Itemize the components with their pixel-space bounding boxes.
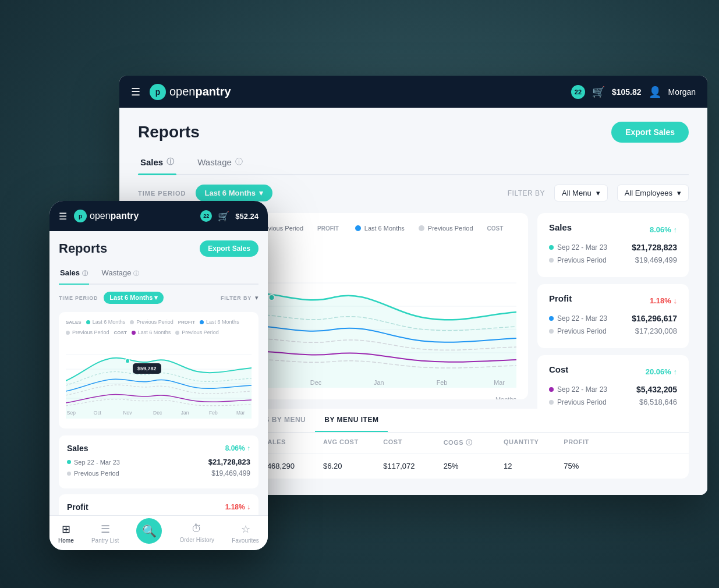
mobile-logo-icon: p [74,210,87,222]
col-sales: SALES [263,438,318,447]
svg-text:Jan: Jan [181,410,189,416]
col-cost: COST [383,438,438,447]
logo-icon: p [150,84,166,100]
tabs-row: Sales ⓘ Wastage ⓘ [138,152,689,175]
mobile-cart-icon[interactable]: 🛒 [218,211,229,222]
svg-text:Mar: Mar [494,379,505,386]
cogs-info-icon: ⓘ [466,439,473,446]
topbar-right: 22 🛒 $105.82 👤 Morgan [571,85,696,99]
user-icon: 👤 [649,86,661,98]
chevron-down-icon-emp: ▾ [677,189,681,197]
chevron-down-icon-menu: ▾ [596,189,600,197]
mobile-tabs-row: Sales ⓘ Wastage ⓘ [59,265,258,285]
mobile-nav-search[interactable]: 🔍 [136,518,162,548]
mobile-sales-title: Sales [67,444,88,453]
mobile-logo: p openpantry [74,210,139,222]
mobile-tab-sales[interactable]: Sales ⓘ [59,265,89,284]
mobile-page-header: Reports Export Sales [59,240,258,257]
user-name: Morgan [668,87,696,97]
mobile-profit-stat-card: Profit 1.18% ↓ [59,494,258,515]
sales-period1-row: Sep 22 - Mar 23 $21,728,823 [549,243,677,252]
td-quantity: 12 [504,462,559,470]
desktop-topbar: ☰ p openpantry 22 🛒 $105.82 👤 Morgan [119,76,707,108]
svg-text:Dec: Dec [310,379,322,386]
col-avg-cost: AVG COST [323,438,378,447]
cost-period1-row: Sep 22 - Mar 23 $5,432,205 [549,385,677,394]
mobile-time-period-label: TIME PERIOD [59,295,98,301]
tab-by-menu-item[interactable]: BY MENU ITEM [315,409,388,432]
mobile-nav-orders[interactable]: ⏱ Order History [180,523,214,543]
home-icon: ⊞ [62,523,70,536]
mobile-sales-info-icon: ⓘ [82,270,88,277]
mobile-chart-legend: SALES Last 6 Months Previous Period PROF… [66,319,252,335]
col-cogs: COGS ⓘ [444,438,499,447]
mobile-nav-home[interactable]: ⊞ Home [58,523,74,544]
profit-period2-row: Previous Period $17,230,008 [549,327,677,335]
td-cost: $117,072 [383,462,438,470]
profit-period1-row: Sep 22 - Mar 23 $16,296,617 [549,314,677,323]
td-avg-cost: $6.20 [323,462,378,470]
mobile-chart-card: SALES Last 6 Months Previous Period PROF… [59,312,258,428]
mobile-export-button[interactable]: Export Sales [200,240,258,257]
mobile-chart-svg-wrapper: $59,782 Sep [66,340,252,421]
mobile-profit-change: 1.18% ↓ [225,503,250,511]
legend-profit-label: PROFIT [317,225,341,232]
cost-stat-title: Cost [549,364,568,374]
sales-stat-title: Sales [549,222,572,232]
mobile-filter-chevron[interactable]: ▾ [255,294,258,302]
svg-text:Sep: Sep [67,410,76,416]
hamburger-icon[interactable]: ☰ [131,86,140,98]
mobile-topbar: ☰ p openpantry 22 🛒 $52.24 [49,201,268,231]
col-quantity: QUANTITY [504,438,559,447]
legend-cost-label: COST [487,225,506,232]
mobile-tab-wastage[interactable]: Wastage ⓘ [101,265,140,284]
cost-stat-change: 20.06% ↑ [646,367,677,376]
cost-period2-row: Previous Period $6,518,646 [549,398,677,406]
sales-info-icon: ⓘ [167,157,174,167]
mobile-page-title: Reports [59,241,107,256]
pantry-list-icon: ☰ [101,523,110,536]
mobile-time-period-dropdown[interactable]: Last 6 Months ▾ [104,292,164,304]
favourites-icon: ☆ [241,523,250,536]
time-period-dropdown[interactable]: Last 6 Months ▾ [196,185,272,201]
profit-stat-title: Profit [549,293,572,303]
mobile-nav-pantry[interactable]: ☰ Pantry List [91,523,119,544]
all-menu-dropdown[interactable]: All Menu ▾ [554,185,608,201]
page-title: Reports [138,123,200,141]
chevron-down-icon: ▾ [259,189,263,197]
svg-text:Dec: Dec [153,410,162,416]
filter-by-label: FILTER BY [508,189,545,197]
mobile-cart-amount: $52.24 [235,212,258,221]
td-sales: $468,290 [263,462,318,470]
profit-stat-card: Profit 1.18% ↓ Sep 22 - Mar 23 $16,296,6… [537,284,689,348]
mobile-hamburger-icon[interactable]: ☰ [59,211,67,222]
search-fab-icon[interactable]: 🔍 [136,518,162,544]
filters-row: TIME PERIOD Last 6 Months ▾ FILTER BY Al… [138,185,689,201]
notification-badge[interactable]: 22 [571,85,585,99]
tab-sales[interactable]: Sales ⓘ [138,152,176,174]
mobile-sales-stat-card: Sales 8.06% ↑ Sep 22 - Mar 23 $21,728,82… [59,435,258,488]
mobile-wastage-info-icon: ⓘ [133,270,139,277]
profit-stat-change: 1.18% ↓ [650,296,677,305]
cart-icon[interactable]: 🛒 [592,86,605,98]
legend-profit-current: Last 6 Months [355,225,405,232]
mobile-profit-title: Profit [67,502,88,512]
td-profit: 75% [564,462,619,470]
outer-background: ☰ p openpantry 22 🛒 $105.82 👤 Morgan Rep… [0,0,719,588]
all-employees-dropdown[interactable]: All Employees ▾ [617,185,689,201]
cart-amount: $105.82 [612,87,642,97]
mobile-filters-row: TIME PERIOD Last 6 Months ▾ FILTER BY ▾ [59,292,258,304]
tab-wastage[interactable]: Wastage ⓘ [195,152,245,174]
logo-label: openpantry [169,85,231,98]
sales-stat-card: Sales 8.06% ↑ Sep 22 - Mar 23 $21,728,82… [537,213,689,277]
mobile-notification-badge[interactable]: 22 [200,210,212,222]
export-sales-button[interactable]: Export Sales [611,122,689,143]
mobile-filter-by-label: FILTER BY [221,295,252,301]
legend-profit-prev: Previous Period [419,225,473,232]
stats-sidebar: Sales 8.06% ↑ Sep 22 - Mar 23 $21,728,82… [537,213,689,399]
mobile-content: Reports Export Sales Sales ⓘ Wastage ⓘ T… [49,231,268,515]
sales-period2-row: Previous Period $19,469,499 [549,256,677,264]
mobile-nav-favourites[interactable]: ☆ Favourites [232,523,259,544]
time-period-label: TIME PERIOD [138,190,186,197]
mobile-sales-change: 8.06% ↑ [225,444,250,452]
